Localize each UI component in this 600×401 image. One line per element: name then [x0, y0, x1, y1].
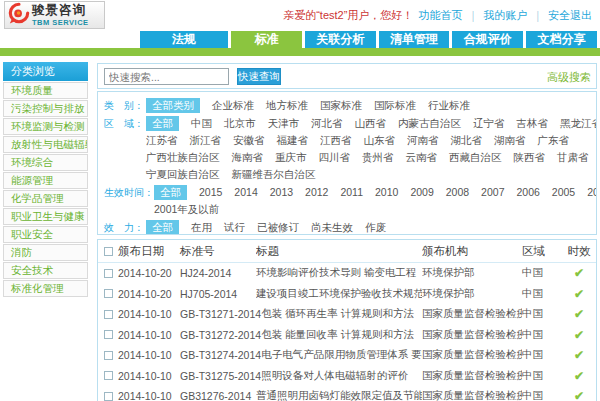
- sidebar-item-5[interactable]: 环境综合: [3, 154, 88, 171]
- table-row[interactable]: 2014-10-20HJ24-2014环境影响评价技术导则 输变电工程环境保护部…: [98, 263, 596, 284]
- filter-option[interactable]: 吉林省: [517, 115, 549, 132]
- sidebar-item-12[interactable]: 标准化管理: [3, 280, 88, 297]
- row-checkbox[interactable]: [104, 392, 113, 401]
- filter-option[interactable]: 国际标准: [374, 97, 416, 114]
- filter-option[interactable]: 湖北省: [451, 132, 483, 149]
- cell-title[interactable]: 包装 循环再生率 计算规则和方法: [261, 307, 422, 321]
- sidebar-item-1[interactable]: 环境质量: [3, 82, 88, 99]
- nav-tab-3[interactable]: 关联分析: [305, 31, 376, 48]
- filter-option[interactable]: 河南省: [407, 132, 439, 149]
- row-checkbox[interactable]: [104, 310, 113, 319]
- filter-option[interactable]: 广西壮族自治区: [146, 149, 220, 166]
- sidebar-item-6[interactable]: 能源管理: [3, 172, 88, 189]
- filter-option[interactable]: 贵州省: [362, 149, 394, 166]
- filter-option[interactable]: 2013: [270, 184, 293, 201]
- table-row[interactable]: 2014-10-20HJ705-2014建设项目竣工环境保护验收技术规范 输变电…: [98, 284, 596, 305]
- cell-title[interactable]: 普通照明用卤钨灯能效限定值及节能评价值: [256, 389, 422, 401]
- filter-option[interactable]: 内蒙古自治区: [398, 115, 461, 132]
- filter-option[interactable]: 2005: [552, 184, 575, 201]
- filter-option[interactable]: 湖南省: [494, 132, 526, 149]
- filter-option[interactable]: 新疆维吾尔自治区: [232, 166, 316, 183]
- filter-option[interactable]: 云南省: [406, 149, 438, 166]
- link-account[interactable]: 我的账户: [483, 9, 527, 21]
- advanced-search-link[interactable]: 高级搜索: [547, 70, 591, 85]
- filter-option[interactable]: 行业标准: [428, 97, 470, 114]
- filter-option[interactable]: 中国: [191, 115, 212, 132]
- filter-option[interactable]: 西藏自治区: [449, 149, 502, 166]
- sidebar-item-9[interactable]: 职业安全: [3, 226, 88, 243]
- filter-option[interactable]: 2006: [516, 184, 539, 201]
- sidebar-item-10[interactable]: 消防: [3, 244, 88, 261]
- filter-option[interactable]: 地方标准: [266, 97, 308, 114]
- filter-option[interactable]: 河北省: [311, 115, 343, 132]
- filter-option[interactable]: 2009: [410, 184, 433, 201]
- filter-selected-chip[interactable]: 全部类别: [146, 98, 200, 113]
- sidebar-item-8[interactable]: 职业卫生与健康: [3, 208, 88, 225]
- row-checkbox[interactable]: [104, 330, 113, 339]
- filter-selected-chip[interactable]: 全部: [154, 185, 187, 200]
- cell-title[interactable]: 照明设备对人体电磁辐射的评价: [261, 369, 422, 383]
- filter-option[interactable]: 浙江省: [190, 132, 222, 149]
- row-checkbox[interactable]: [104, 269, 113, 278]
- table-row[interactable]: 2014-10-10GB-T31274-2014电子电气产品限用物质管理体系 要…: [98, 345, 596, 366]
- filter-option[interactable]: 广东省: [538, 132, 570, 149]
- filter-option[interactable]: 作废: [365, 219, 386, 235]
- cell-title[interactable]: 环境影响评价技术导则 输变电工程: [256, 266, 422, 280]
- search-button[interactable]: 快速查询: [237, 68, 281, 85]
- filter-option[interactable]: 2004: [587, 184, 597, 201]
- filter-option[interactable]: 辽宁省: [473, 115, 505, 132]
- select-all-checkbox[interactable]: [104, 247, 113, 256]
- filter-option[interactable]: 已被修订: [257, 219, 299, 235]
- filter-option[interactable]: 国家标准: [320, 97, 362, 114]
- filter-option[interactable]: 山东省: [364, 132, 396, 149]
- filter-option[interactable]: 企业标准: [212, 97, 254, 114]
- sidebar-item-2[interactable]: 污染控制与排放: [3, 100, 88, 117]
- sidebar-item-3[interactable]: 环境监测与检测: [3, 118, 88, 135]
- link-home[interactable]: 功能首页: [418, 9, 462, 21]
- filter-selected-chip[interactable]: 全部: [146, 220, 179, 235]
- link-logout[interactable]: 安全退出: [548, 9, 592, 21]
- filter-option[interactable]: 山西省: [355, 115, 387, 132]
- search-input[interactable]: [104, 68, 229, 85]
- filter-option[interactable]: 2007: [481, 184, 504, 201]
- filter-option[interactable]: 福建省: [277, 132, 309, 149]
- filter-option[interactable]: 2015: [199, 184, 222, 201]
- table-row[interactable]: 2014-10-10GB31276-2014普通照明用卤钨灯能效限定值及节能评价…: [98, 386, 596, 401]
- table-row[interactable]: 2014-10-10GB-T31272-2014包装 能量回收率 计算规则和方法…: [98, 325, 596, 346]
- row-checkbox[interactable]: [104, 351, 113, 360]
- filter-selected-chip[interactable]: 全部: [146, 116, 179, 131]
- filter-option[interactable]: 陕西省: [514, 149, 546, 166]
- nav-tab-4[interactable]: 清单管理: [379, 31, 450, 48]
- filter-option[interactable]: 在用: [191, 219, 212, 235]
- sidebar-item-11[interactable]: 安全技术: [3, 262, 88, 279]
- filter-option[interactable]: 试行: [224, 219, 245, 235]
- filter-option[interactable]: 2014: [234, 184, 257, 201]
- sidebar-item-4[interactable]: 放射性与电磁辐射: [3, 136, 88, 153]
- cell-title[interactable]: 建设项目竣工环境保护验收技术规范 输变电工...: [256, 287, 422, 301]
- filter-option[interactable]: 四川省: [319, 149, 351, 166]
- filter-option[interactable]: 天津市: [268, 115, 300, 132]
- filter-option[interactable]: 2001年及以前: [154, 201, 219, 218]
- table-row[interactable]: 2014-10-10GB-T31275-2014照明设备对人体电磁辐射的评价国家…: [98, 366, 596, 387]
- row-checkbox[interactable]: [104, 371, 113, 380]
- filter-option[interactable]: 2008: [446, 184, 469, 201]
- filter-option[interactable]: 2012: [305, 184, 328, 201]
- nav-tab-6[interactable]: 文档分享: [526, 31, 597, 48]
- nav-tab-1[interactable]: 法规: [140, 31, 228, 48]
- filter-option[interactable]: 黑龙江省: [560, 115, 597, 132]
- filter-option[interactable]: 甘肃省: [557, 149, 589, 166]
- filter-option[interactable]: 安徽省: [233, 132, 265, 149]
- filter-option[interactable]: 2010: [375, 184, 398, 201]
- filter-option[interactable]: 海南省: [232, 149, 264, 166]
- filter-option[interactable]: 尚未生效: [311, 219, 353, 235]
- table-row[interactable]: 2014-10-10GB-T31271-2014包装 循环再生率 计算规则和方法…: [98, 304, 596, 325]
- filter-option[interactable]: 江苏省: [146, 132, 178, 149]
- cell-title[interactable]: 电子电气产品限用物质管理体系 要求: [261, 348, 422, 362]
- filter-option[interactable]: 江西省: [320, 132, 352, 149]
- filter-option[interactable]: 宁夏回族自治区: [146, 166, 220, 183]
- sidebar-item-7[interactable]: 化学品管理: [3, 190, 88, 207]
- nav-tab-2[interactable]: 标准: [231, 31, 302, 48]
- filter-option[interactable]: 北京市: [224, 115, 256, 132]
- filter-option[interactable]: 2011: [340, 184, 363, 201]
- row-checkbox[interactable]: [104, 289, 113, 298]
